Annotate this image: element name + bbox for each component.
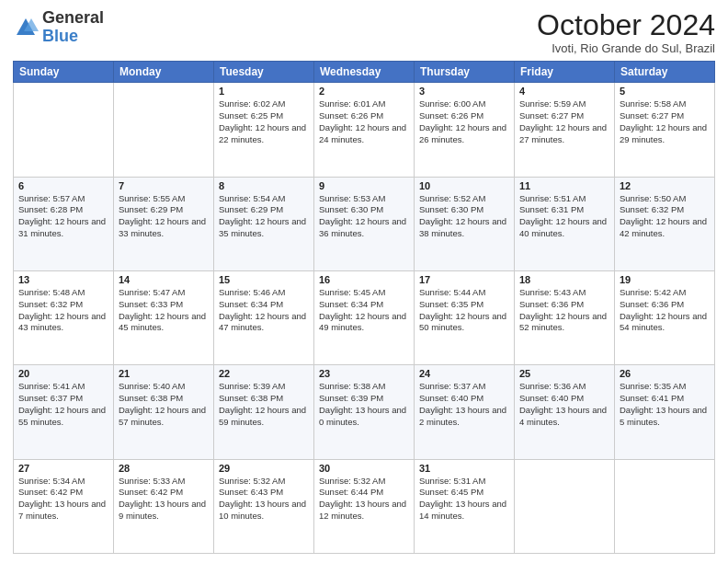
day-number: 5 xyxy=(620,86,710,97)
calendar-cell: 6Sunrise: 5:57 AMSunset: 6:28 PMDaylight… xyxy=(14,177,114,270)
cell-info: Sunrise: 5:34 AM xyxy=(18,476,108,488)
cell-info: Sunrise: 6:02 AM xyxy=(219,98,309,110)
day-number: 2 xyxy=(319,86,409,97)
cell-info: Sunrise: 5:58 AM xyxy=(620,98,710,110)
cell-info: Sunrise: 6:00 AM xyxy=(419,98,509,110)
cell-info: Daylight: 13 hours and 2 minutes. xyxy=(419,405,509,429)
cell-info: Sunrise: 5:52 AM xyxy=(419,193,509,205)
day-number: 10 xyxy=(419,180,509,191)
calendar-cell: 25Sunrise: 5:36 AMSunset: 6:40 PMDayligh… xyxy=(515,365,615,459)
cell-info: Sunset: 6:42 PM xyxy=(119,487,209,499)
logo: General Blue xyxy=(13,9,104,46)
day-number: 19 xyxy=(620,274,710,285)
cell-info: Sunset: 6:35 PM xyxy=(419,299,509,311)
col-header-wednesday: Wednesday xyxy=(314,62,415,83)
calendar-cell: 19Sunrise: 5:42 AMSunset: 6:36 PMDayligh… xyxy=(615,270,715,364)
cell-info: Sunrise: 6:01 AM xyxy=(319,98,409,110)
cell-info: Sunset: 6:38 PM xyxy=(119,393,209,405)
calendar-cell: 16Sunrise: 5:45 AMSunset: 6:34 PMDayligh… xyxy=(314,270,415,364)
cell-info: Sunrise: 5:53 AM xyxy=(319,193,409,205)
calendar-cell: 2Sunrise: 6:01 AMSunset: 6:26 PMDaylight… xyxy=(314,83,415,177)
day-number: 28 xyxy=(119,463,209,474)
calendar-cell: 21Sunrise: 5:40 AMSunset: 6:38 PMDayligh… xyxy=(114,365,214,459)
cell-info: Sunset: 6:44 PM xyxy=(319,487,409,499)
calendar-cell: 3Sunrise: 6:00 AMSunset: 6:26 PMDaylight… xyxy=(415,83,515,177)
cell-info: Sunrise: 5:55 AM xyxy=(119,193,209,205)
calendar-cell xyxy=(615,459,715,553)
cell-info: Daylight: 13 hours and 14 minutes. xyxy=(419,499,509,523)
cell-info: Sunset: 6:34 PM xyxy=(219,299,309,311)
calendar-cell: 17Sunrise: 5:44 AMSunset: 6:35 PMDayligh… xyxy=(415,270,515,364)
col-header-monday: Monday xyxy=(114,62,214,83)
day-number: 7 xyxy=(119,180,209,191)
calendar-cell: 4Sunrise: 5:59 AMSunset: 6:27 PMDaylight… xyxy=(515,83,615,177)
cell-info: Daylight: 12 hours and 54 minutes. xyxy=(620,311,710,335)
day-number: 27 xyxy=(18,463,108,474)
cell-info: Sunset: 6:40 PM xyxy=(419,393,509,405)
calendar-cell: 31Sunrise: 5:31 AMSunset: 6:45 PMDayligh… xyxy=(415,459,515,553)
cell-info: Sunrise: 5:54 AM xyxy=(219,193,309,205)
calendar-cell: 14Sunrise: 5:47 AMSunset: 6:33 PMDayligh… xyxy=(114,270,214,364)
day-number: 8 xyxy=(219,180,309,191)
calendar-cell: 23Sunrise: 5:38 AMSunset: 6:39 PMDayligh… xyxy=(314,365,415,459)
cell-info: Sunrise: 5:38 AM xyxy=(319,381,409,393)
cell-info: Sunset: 6:41 PM xyxy=(620,393,710,405)
cell-info: Sunset: 6:25 PM xyxy=(219,110,309,122)
cell-info: Sunset: 6:29 PM xyxy=(119,204,209,216)
cell-info: Sunrise: 5:47 AM xyxy=(119,287,209,299)
cell-info: Sunset: 6:42 PM xyxy=(18,487,108,499)
cell-info: Daylight: 12 hours and 26 minutes. xyxy=(419,122,509,146)
day-number: 17 xyxy=(419,274,509,285)
calendar-cell: 15Sunrise: 5:46 AMSunset: 6:34 PMDayligh… xyxy=(214,270,314,364)
cell-info: Sunrise: 5:51 AM xyxy=(519,193,609,205)
page: General Blue October 2024 Ivoti, Rio Gra… xyxy=(0,0,728,563)
day-number: 15 xyxy=(219,274,309,285)
cell-info: Sunset: 6:26 PM xyxy=(319,110,409,122)
cell-info: Daylight: 12 hours and 35 minutes. xyxy=(219,216,309,240)
calendar-table: SundayMondayTuesdayWednesdayThursdayFrid… xyxy=(13,61,715,554)
cell-info: Sunset: 6:33 PM xyxy=(119,299,209,311)
cell-info: Sunrise: 5:59 AM xyxy=(519,98,609,110)
day-number: 9 xyxy=(319,180,409,191)
calendar-cell: 24Sunrise: 5:37 AMSunset: 6:40 PMDayligh… xyxy=(415,365,515,459)
cell-info: Daylight: 13 hours and 0 minutes. xyxy=(319,405,409,429)
day-number: 30 xyxy=(319,463,409,474)
calendar-cell: 11Sunrise: 5:51 AMSunset: 6:31 PMDayligh… xyxy=(515,177,615,270)
cell-info: Daylight: 12 hours and 22 minutes. xyxy=(219,122,309,146)
cell-info: Daylight: 12 hours and 38 minutes. xyxy=(419,216,509,240)
col-header-friday: Friday xyxy=(515,62,615,83)
day-number: 31 xyxy=(419,463,509,474)
day-number: 11 xyxy=(519,180,609,191)
cell-info: Sunset: 6:37 PM xyxy=(18,393,108,405)
cell-info: Daylight: 12 hours and 33 minutes. xyxy=(119,216,209,240)
header: General Blue October 2024 Ivoti, Rio Gra… xyxy=(13,9,715,55)
cell-info: Sunrise: 5:45 AM xyxy=(319,287,409,299)
cell-info: Daylight: 12 hours and 31 minutes. xyxy=(18,216,108,240)
logo-blue-text: Blue xyxy=(42,27,78,45)
location-subtitle: Ivoti, Rio Grande do Sul, Brazil xyxy=(537,41,715,55)
cell-info: Daylight: 13 hours and 7 minutes. xyxy=(18,499,108,523)
cell-info: Sunset: 6:36 PM xyxy=(620,299,710,311)
cell-info: Sunset: 6:32 PM xyxy=(18,299,108,311)
calendar-cell: 8Sunrise: 5:54 AMSunset: 6:29 PMDaylight… xyxy=(214,177,314,270)
cell-info: Sunset: 6:43 PM xyxy=(219,487,309,499)
cell-info: Sunrise: 5:32 AM xyxy=(219,476,309,488)
cell-info: Daylight: 13 hours and 10 minutes. xyxy=(219,499,309,523)
cell-info: Daylight: 12 hours and 52 minutes. xyxy=(519,311,609,335)
col-header-sunday: Sunday xyxy=(14,62,114,83)
logo-icon xyxy=(13,15,39,40)
logo-text: General Blue xyxy=(42,9,104,46)
cell-info: Sunrise: 5:50 AM xyxy=(620,193,710,205)
calendar-cell: 12Sunrise: 5:50 AMSunset: 6:32 PMDayligh… xyxy=(615,177,715,270)
cell-info: Sunrise: 5:46 AM xyxy=(219,287,309,299)
cell-info: Daylight: 13 hours and 4 minutes. xyxy=(519,405,609,429)
calendar-cell: 30Sunrise: 5:32 AMSunset: 6:44 PMDayligh… xyxy=(314,459,415,553)
calendar-cell: 13Sunrise: 5:48 AMSunset: 6:32 PMDayligh… xyxy=(14,270,114,364)
calendar-cell xyxy=(114,83,214,177)
day-number: 13 xyxy=(18,274,108,285)
cell-info: Daylight: 12 hours and 24 minutes. xyxy=(319,122,409,146)
calendar-cell: 1Sunrise: 6:02 AMSunset: 6:25 PMDaylight… xyxy=(214,83,314,177)
day-number: 3 xyxy=(419,86,509,97)
calendar-cell: 28Sunrise: 5:33 AMSunset: 6:42 PMDayligh… xyxy=(114,459,214,553)
calendar-cell xyxy=(515,459,615,553)
